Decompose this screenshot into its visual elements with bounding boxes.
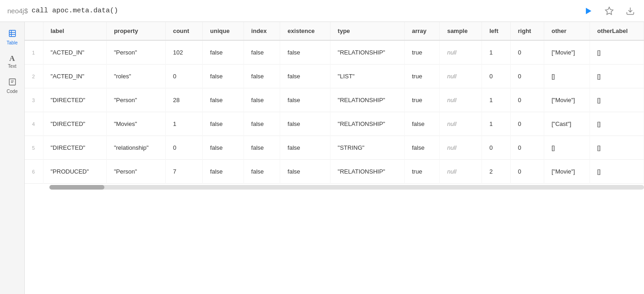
cell-other: ["Movie"] <box>544 88 590 112</box>
cell-array: true <box>404 88 439 112</box>
cell-index: false <box>244 160 280 184</box>
svg-rect-7 <box>9 79 16 85</box>
cell-count: 0 <box>165 65 202 88</box>
cell-rownum: 1 <box>25 40 43 65</box>
cell-type: "RELATIONSHIP" <box>330 112 404 136</box>
cell-type: "STRING" <box>330 136 404 160</box>
sidebar-item-code[interactable]: Code <box>1 74 24 98</box>
cell-unique: false <box>203 160 244 184</box>
cell-rownum: 2 <box>25 65 43 88</box>
results-table: label property count unique index existe… <box>25 22 644 184</box>
cell-count: 7 <box>165 160 202 184</box>
svg-marker-1 <box>606 7 613 14</box>
cell-sample: null <box>439 65 482 88</box>
cell-right: 0 <box>510 136 544 160</box>
cell-unique: false <box>203 112 244 136</box>
cell-property: "Person" <box>106 40 165 65</box>
cell-right: 0 <box>510 112 544 136</box>
cell-array: false <box>404 112 439 136</box>
cell-array: true <box>404 65 439 88</box>
cell-otherlabel: [] <box>590 88 644 112</box>
top-bar: neo4j$ call apoc.meta.data() <box>0 0 644 22</box>
top-bar-actions <box>582 5 637 17</box>
cell-other: ["Movie"] <box>544 160 590 184</box>
code-icon <box>8 78 16 87</box>
cell-left: 2 <box>482 160 510 184</box>
app-container: neo4j$ call apoc.meta.data() <box>0 0 644 294</box>
col-header-index: index <box>244 22 280 40</box>
cell-otherlabel: [] <box>590 136 644 160</box>
cell-count: 1 <box>165 112 202 136</box>
col-header-rownum <box>25 22 43 40</box>
col-header-type: type <box>330 22 404 40</box>
horizontal-scrollbar[interactable] <box>49 185 104 190</box>
col-header-right: right <box>510 22 544 40</box>
table-row: 5 "DIRECTED" "relationship" 0 false fals… <box>25 136 644 160</box>
favorite-button[interactable] <box>603 5 616 17</box>
sidebar-item-table[interactable]: Table <box>1 26 24 49</box>
run-button[interactable] <box>582 5 595 17</box>
table-icon <box>8 29 16 39</box>
command-bar: neo4j$ call apoc.meta.data() <box>7 7 118 15</box>
sidebar-item-text[interactable]: A Text <box>1 51 24 72</box>
cell-otherlabel: [] <box>590 40 644 65</box>
main-layout: Table A Text Code <box>0 22 644 294</box>
sidebar-label-code: Code <box>7 89 18 94</box>
cell-existence: false <box>280 112 330 136</box>
sidebar-label-text: Text <box>8 64 16 69</box>
cell-index: false <box>244 65 280 88</box>
cell-type: "RELATIONSHIP" <box>330 160 404 184</box>
cell-left: 0 <box>482 65 510 88</box>
cell-other: [] <box>544 65 590 88</box>
content-area[interactable]: label property count unique index existe… <box>25 22 644 294</box>
cell-sample: null <box>439 136 482 160</box>
cell-count: 28 <box>165 88 202 112</box>
cell-otherlabel: [] <box>590 160 644 184</box>
cell-left: 1 <box>482 40 510 65</box>
table-row: 4 "DIRECTED" "Movies" 1 false false fals… <box>25 112 644 136</box>
cell-type: "RELATIONSHIP" <box>330 88 404 112</box>
col-header-label: label <box>43 22 106 40</box>
download-button[interactable] <box>624 5 637 17</box>
cell-other: ["Cast"] <box>544 112 590 136</box>
text-icon: A <box>9 54 15 62</box>
cell-unique: false <box>203 40 244 65</box>
col-header-other: other <box>544 22 590 40</box>
cell-property: "Movies" <box>106 112 165 136</box>
svg-marker-0 <box>586 8 591 14</box>
table-row: 2 "ACTED_IN" "roles" 0 false false false… <box>25 65 644 88</box>
cell-left: 1 <box>482 88 510 112</box>
cell-rownum: 5 <box>25 136 43 160</box>
col-header-sample: sample <box>439 22 482 40</box>
neo4j-prompt: neo4j$ <box>7 7 28 15</box>
cell-existence: false <box>280 88 330 112</box>
cell-unique: false <box>203 65 244 88</box>
cell-rownum: 3 <box>25 88 43 112</box>
cell-array: true <box>404 160 439 184</box>
cell-property: "roles" <box>106 65 165 88</box>
cell-right: 0 <box>510 160 544 184</box>
table-row: 1 "ACTED_IN" "Person" 102 false false fa… <box>25 40 644 65</box>
cell-label: "DIRECTED" <box>43 88 106 112</box>
cell-otherlabel: [] <box>590 112 644 136</box>
cypher-command: call apoc.meta.data() <box>32 7 118 15</box>
col-header-count: count <box>165 22 202 40</box>
cell-otherlabel: [] <box>590 65 644 88</box>
table-row: 3 "DIRECTED" "Person" 28 false false fal… <box>25 88 644 112</box>
cell-sample: null <box>439 160 482 184</box>
cell-label: "ACTED_IN" <box>43 65 106 88</box>
cell-type: "LIST" <box>330 65 404 88</box>
col-header-unique: unique <box>203 22 244 40</box>
cell-left: 1 <box>482 112 510 136</box>
cell-type: "RELATIONSHIP" <box>330 40 404 65</box>
cell-rownum: 4 <box>25 112 43 136</box>
cell-right: 0 <box>510 65 544 88</box>
cell-left: 0 <box>482 136 510 160</box>
cell-right: 0 <box>510 88 544 112</box>
cell-count: 0 <box>165 136 202 160</box>
cell-sample: null <box>439 112 482 136</box>
cell-existence: false <box>280 40 330 65</box>
table-header-row: label property count unique index existe… <box>25 22 644 40</box>
left-sidebar: Table A Text Code <box>0 22 25 294</box>
col-header-property: property <box>106 22 165 40</box>
